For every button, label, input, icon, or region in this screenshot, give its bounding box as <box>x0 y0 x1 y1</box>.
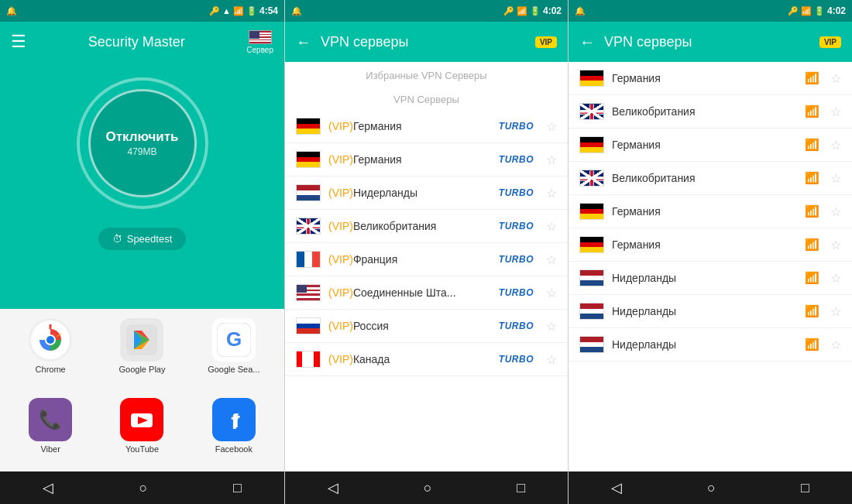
back-button-3[interactable]: ← <box>579 33 595 51</box>
star-1[interactable]: ☆ <box>546 119 557 134</box>
status-icons-1: 🔑 ▲ 📶 🔋 4:54 <box>209 5 278 16</box>
star-3[interactable]: ☆ <box>546 186 557 201</box>
star-p3-3[interactable]: ☆ <box>830 138 841 153</box>
star-p3-8[interactable]: ☆ <box>830 304 841 319</box>
home-nav-2[interactable]: ○ <box>424 480 432 496</box>
signal-p3-8: 📶 <box>805 304 819 318</box>
status-time-3: 4:02 <box>827 5 846 16</box>
turbo-label-3: TURBO <box>499 187 534 198</box>
recents-nav-2[interactable]: □ <box>517 480 525 496</box>
back-nav-1[interactable]: ◁ <box>43 479 53 496</box>
vpn-item-p3-8[interactable]: Нидерланды 📶 ☆ <box>569 295 852 328</box>
vpn-item-p3-7[interactable]: Нидерланды 📶 ☆ <box>569 262 852 295</box>
svg-line-20 <box>297 219 320 235</box>
vpn-item-p3-6[interactable]: Германия 📶 ☆ <box>569 228 852 262</box>
star-p3-6[interactable]: ☆ <box>830 238 841 252</box>
key-icon: 🔑 <box>209 6 220 16</box>
vpn-item-4[interactable]: (VIP)Великобритания TURBO ☆ <box>285 210 568 243</box>
uk-flag-svg-3 <box>580 170 603 187</box>
flag-de-p3-3 <box>579 136 604 153</box>
vpn-circle-outer[interactable]: Отключить 479MB <box>77 77 208 209</box>
home-nav-1[interactable]: ○ <box>139 480 148 496</box>
star-2[interactable]: ☆ <box>546 153 557 167</box>
vpn-item-3[interactable]: (VIP)Нидерланды TURBO ☆ <box>285 177 568 210</box>
back-nav-3[interactable]: ◁ <box>611 479 622 496</box>
chrome-label: Chrome <box>36 365 66 374</box>
gplay-svg <box>126 324 157 355</box>
app-youtube[interactable]: YouTube <box>99 398 184 471</box>
status-left-1: 🔔 <box>6 6 17 16</box>
country-de-1: (VIP)Германия <box>328 120 491 132</box>
vpn-item-p3-2[interactable]: Великобритания 📶 ☆ <box>569 95 852 129</box>
turbo-label-4: TURBO <box>499 221 534 231</box>
app-facebook[interactable]: f f Facebook <box>191 398 277 471</box>
star-p3-2[interactable]: ☆ <box>830 105 841 119</box>
vpn-item-p3-9[interactable]: Нидерланды 📶 ☆ <box>569 328 852 362</box>
star-p3-7[interactable]: ☆ <box>830 271 841 286</box>
vpn-item-6[interactable]: (VIP)Соединенные Шта... TURBO ☆ <box>285 276 568 310</box>
recents-nav-3[interactable]: □ <box>801 480 809 496</box>
country-nl-p3-7: Нидерланды <box>612 272 797 284</box>
vpn-item-2[interactable]: (VIP)Германия TURBO ☆ <box>285 143 568 177</box>
turbo-label-6: TURBO <box>499 287 534 298</box>
app-grid: Chrome Google Play G <box>0 309 284 471</box>
vip-badge-2: VIP <box>535 36 557 48</box>
app-chrome[interactable]: Chrome <box>8 318 93 392</box>
app-google-play[interactable]: Google Play <box>99 318 184 392</box>
app-viber[interactable]: 📞 Viber <box>8 398 93 471</box>
flag-us-2 <box>296 284 321 301</box>
signal-p3-7: 📶 <box>805 271 819 285</box>
star-p3-9[interactable]: ☆ <box>830 338 841 352</box>
signal-bars-2: 📶 <box>517 6 527 16</box>
back-button-2[interactable]: ← <box>296 33 311 51</box>
flag-fr-1 <box>296 251 321 268</box>
star-p3-4[interactable]: ☆ <box>830 171 841 186</box>
facebook-label: Facebook <box>215 444 253 454</box>
us-flag <box>249 30 272 44</box>
speedtest-icon: ⏱ <box>112 233 122 245</box>
back-nav-2[interactable]: ◁ <box>328 479 338 496</box>
vpn-item-1[interactable]: (VIP)Германия TURBO ☆ <box>285 110 568 143</box>
star-p3-5[interactable]: ☆ <box>830 204 841 219</box>
app-google-search[interactable]: G Google Sea... <box>191 318 277 392</box>
country-nl-p3-8: Нидерланды <box>612 305 797 317</box>
menu-icon[interactable]: ☰ <box>11 32 26 52</box>
turbo-label-8: TURBO <box>499 354 534 365</box>
key-icon-3: 🔑 <box>788 6 799 16</box>
mb-text: 479MB <box>127 146 156 157</box>
star-7[interactable]: ☆ <box>546 319 557 334</box>
vpn-item-p3-1[interactable]: Германия 📶 ☆ <box>569 62 852 95</box>
star-4[interactable]: ☆ <box>546 219 557 234</box>
recents-nav-1[interactable]: □ <box>233 480 242 496</box>
status-time-2: 4:02 <box>543 5 562 16</box>
home-nav-3[interactable]: ○ <box>707 480 716 496</box>
uk-flag-svg-2 <box>580 104 603 120</box>
vpn-item-p3-5[interactable]: Германия 📶 ☆ <box>569 195 852 228</box>
wifi-icon: ▲ <box>222 6 231 15</box>
notif-icon-2: 🔔 <box>291 6 302 16</box>
star-p3-1[interactable]: ☆ <box>830 71 841 86</box>
country-ca-1: (VIP)Канада <box>328 353 491 365</box>
vpn-item-p3-4[interactable]: Великобритания 📶 ☆ <box>569 162 852 195</box>
svg-rect-30 <box>580 110 603 115</box>
vpn-item-8[interactable]: (VIP)Канада TURBO ☆ <box>285 343 568 376</box>
star-6[interactable]: ☆ <box>546 286 557 300</box>
vpn-item-7[interactable]: (VIP)Россия TURBO ☆ <box>285 310 568 343</box>
svg-rect-23 <box>297 225 320 229</box>
nav-bar-2: ◁ ○ □ <box>285 471 568 504</box>
flag-ru-1 <box>296 317 321 334</box>
notification-icon: 🔔 <box>6 6 17 16</box>
speedtest-button[interactable]: ⏱ Speedtest <box>98 228 187 250</box>
signal-p3-3: 📶 <box>805 138 819 152</box>
svg-line-34 <box>580 171 603 187</box>
star-5[interactable]: ☆ <box>546 252 557 267</box>
server-badge[interactable]: Сервер <box>246 30 273 54</box>
turbo-label-2: TURBO <box>499 154 534 165</box>
vpn-item-p3-3[interactable]: Германия 📶 ☆ <box>569 129 852 162</box>
star-8[interactable]: ☆ <box>546 352 557 367</box>
vpn-item-5[interactable]: (VIP)Франция TURBO ☆ <box>285 243 568 276</box>
svg-rect-24 <box>307 219 310 235</box>
country-de-2: (VIP)Германия <box>328 153 491 166</box>
country-de-p3-1: Германия <box>612 72 797 84</box>
flag-ca-1 <box>296 351 321 368</box>
